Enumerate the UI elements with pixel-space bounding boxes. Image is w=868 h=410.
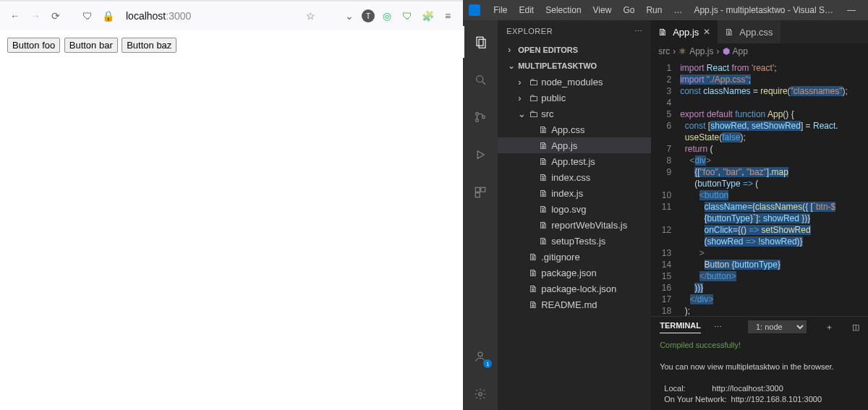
minimize-button[interactable]: ―: [841, 5, 862, 15]
ext-2-icon[interactable]: ◎: [379, 8, 395, 24]
editor-tabs: 🗎App.js✕🗎App.css: [651, 20, 868, 43]
tree-item[interactable]: 🗎App.css: [498, 121, 651, 137]
tree-item[interactable]: ›🗀node_modules: [498, 74, 651, 90]
ext-4-icon[interactable]: 🧩: [420, 8, 435, 24]
terminal-select[interactable]: 1: node: [748, 320, 807, 333]
activity-bar: 1: [463, 20, 498, 410]
url-field[interactable]: localhost:3000: [120, 7, 197, 25]
tree-label: README.md: [541, 299, 597, 310]
bookmark-icon[interactable]: ☆: [302, 8, 318, 24]
svg-point-12: [479, 393, 482, 396]
ext-3-icon[interactable]: 🛡: [399, 8, 415, 24]
tab-label: App.js: [673, 27, 699, 38]
file-tree: ›🗀node_modules›🗀public⌄🗀src🗎App.css🗎App.…: [498, 74, 651, 410]
svg-line-3: [482, 82, 485, 85]
file-icon: 🗎: [538, 188, 548, 199]
menu-file[interactable]: File: [489, 4, 511, 17]
tree-item[interactable]: 🗎index.css: [498, 169, 651, 185]
tab-label: App.css: [739, 27, 773, 38]
split-terminal-icon[interactable]: ◫: [852, 323, 859, 332]
tree-label: App.css: [551, 124, 584, 135]
file-icon: 🗎: [538, 140, 548, 151]
file-icon: 🗎: [658, 27, 668, 38]
tree-label: node_modules: [541, 77, 603, 87]
crumb-file: App.js: [689, 46, 713, 56]
open-editors-section[interactable]: ›OPEN EDITORS: [498, 42, 651, 58]
extensions-icon[interactable]: [463, 176, 498, 208]
run-debug-icon[interactable]: [463, 139, 498, 171]
ext-1-icon[interactable]: T: [362, 9, 375, 22]
folder-icon: 🗀: [528, 108, 538, 119]
search-icon[interactable]: [463, 64, 498, 95]
breadcrumbs[interactable]: src› ⚛App.js› ⬢App: [651, 43, 868, 59]
tree-item[interactable]: 🗎reportWebVitals.js: [498, 217, 651, 233]
app-button-bar[interactable]: Button bar: [64, 38, 118, 53]
editor-area: 🗎App.js✕🗎App.css src› ⚛App.js› ⬢App 1234…: [651, 20, 868, 410]
shield-icon[interactable]: 🛡: [80, 8, 95, 24]
url-port: :3000: [166, 10, 191, 22]
editor-tab[interactable]: 🗎App.js✕: [651, 20, 718, 43]
menu-selection[interactable]: Selection: [541, 4, 585, 17]
tree-label: setupTests.js: [551, 236, 605, 247]
line-gutter: 123456 789 1011 12 13141516171819: [651, 59, 676, 316]
tree-label: public: [541, 93, 566, 103]
menu-edit[interactable]: Edit: [515, 4, 539, 17]
code-editor[interactable]: 123456 789 1011 12 13141516171819 import…: [651, 59, 868, 316]
settings-icon[interactable]: [463, 378, 498, 410]
source-control-icon[interactable]: [463, 101, 498, 133]
svg-point-5: [476, 119, 479, 122]
close-icon[interactable]: ✕: [703, 27, 710, 37]
svg-rect-8: [475, 187, 480, 192]
project-name: MULTIPLETASKTWO: [518, 61, 597, 70]
tree-item[interactable]: ›🗀public: [498, 90, 651, 106]
terminal-output[interactable]: Compiled successfully! You can now view …: [651, 337, 868, 410]
tree-item[interactable]: ⌄🗀src: [498, 106, 651, 121]
tree-item[interactable]: 🗎README.md: [498, 296, 651, 312]
file-icon: 🗎: [538, 172, 548, 183]
explorer-label: EXPLORER: [506, 27, 553, 35]
app-button-foo[interactable]: Button foo: [7, 38, 60, 53]
tree-item[interactable]: 🗎.gitignore: [498, 249, 651, 265]
tree-item[interactable]: 🗎logo.svg: [498, 201, 651, 217]
back-button[interactable]: ←: [7, 8, 23, 24]
tree-label: .gitignore: [541, 252, 579, 262]
svg-marker-7: [477, 151, 484, 159]
new-terminal-icon[interactable]: ＋: [825, 322, 833, 333]
url-host: localhost: [126, 10, 166, 22]
tree-item[interactable]: 🗎package-lock.json: [498, 281, 651, 296]
svg-point-4: [476, 113, 479, 116]
vscode-window: FileEditSelectionViewGoRun… App.js - mul…: [463, 0, 868, 410]
tree-item[interactable]: 🗎App.js: [498, 137, 651, 153]
file-icon: 🗎: [538, 156, 548, 167]
explorer-more-icon[interactable]: ⋯: [634, 27, 643, 36]
app-button-baz[interactable]: Button baz: [122, 38, 176, 53]
tree-item[interactable]: 🗎setupTests.js: [498, 233, 651, 249]
project-root[interactable]: ⌄MULTIPLETASKTWO: [498, 58, 651, 74]
menu-view[interactable]: View: [589, 4, 616, 17]
terminal-tab[interactable]: TERMINAL: [660, 321, 701, 333]
menu-run[interactable]: Run: [642, 4, 666, 17]
tree-label: index.js: [551, 188, 583, 199]
panel-more-icon[interactable]: ⋯: [714, 323, 722, 332]
folder-icon: 🗀: [528, 77, 538, 87]
menu-icon[interactable]: ≡: [440, 8, 456, 24]
menu-go[interactable]: Go: [618, 4, 639, 17]
tree-label: App.js: [551, 140, 577, 151]
pocket-icon[interactable]: ⌄: [341, 8, 357, 24]
titlebar: FileEditSelectionViewGoRun… App.js - mul…: [463, 0, 868, 20]
editor-tab[interactable]: 🗎App.css: [718, 20, 780, 43]
file-icon: 🗎: [528, 268, 538, 278]
open-editors-label: OPEN EDITORS: [518, 46, 578, 54]
tree-item[interactable]: 🗎package.json: [498, 265, 651, 281]
file-icon: 🗎: [538, 204, 548, 215]
explorer-icon[interactable]: [463, 26, 498, 58]
tree-item[interactable]: 🗎App.test.js: [498, 153, 651, 169]
account-icon[interactable]: 1: [463, 341, 498, 372]
reload-button[interactable]: ⟳: [48, 8, 64, 24]
address-bar: ← → ⟳ 🛡 🔒 localhost:3000 ☆ ⌄ T ◎ 🛡 🧩 ≡: [0, 1, 463, 30]
tree-item[interactable]: 🗎index.js: [498, 185, 651, 201]
vscode-logo-icon: [469, 4, 480, 16]
file-icon: 🗎: [725, 27, 735, 38]
menu-…[interactable]: …: [669, 4, 686, 17]
forward-button[interactable]: →: [27, 8, 43, 24]
